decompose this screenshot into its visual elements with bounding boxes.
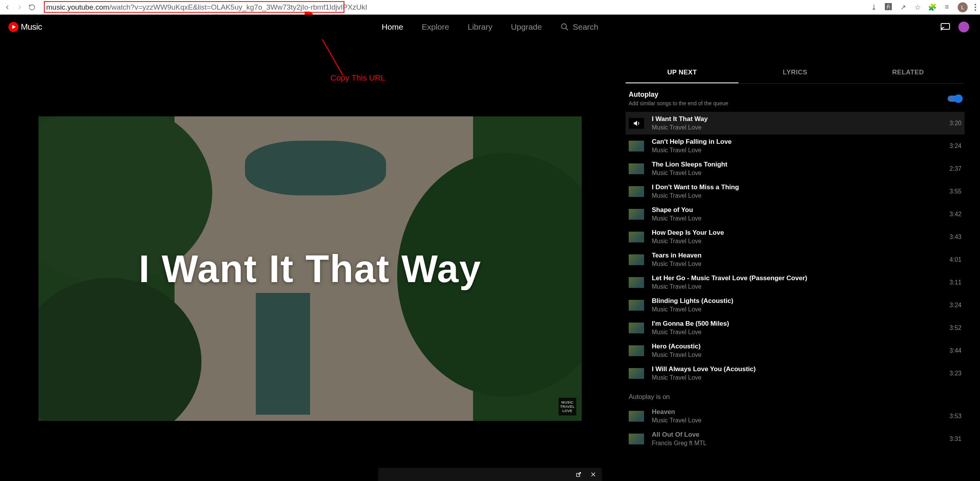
track-title: I'm Gonna Be (500 Miles) — [652, 320, 942, 328]
nav-library[interactable]: Library — [468, 22, 492, 32]
queue-item[interactable]: Shape of YouMusic Travel Love3:42 — [626, 203, 965, 225]
track-thumbnail — [629, 411, 644, 422]
track-artist: Music Travel Love — [652, 215, 942, 222]
nav-home[interactable]: Home — [382, 22, 403, 32]
back-icon[interactable] — [4, 4, 11, 11]
mini-overlay-bar — [378, 468, 602, 481]
queue-item[interactable]: Hero (Acoustic)Music Travel Love3:44 — [626, 339, 965, 362]
track-artist: Music Travel Love — [652, 352, 942, 358]
logo-text: Music — [21, 22, 42, 32]
autoplay-queue-list: HeavenMusic Travel Love3:53All Out Of Lo… — [626, 405, 965, 450]
track-thumbnail — [629, 277, 644, 288]
side-tabs: UP NEXT LYRICS RELATED — [626, 62, 965, 84]
track-artist: Music Travel Love — [652, 329, 942, 336]
browser-actions: ⤓ 🅰 ↗ ☆ 🧩 ≡ L — [870, 2, 976, 12]
track-artist: Music Travel Love — [652, 374, 942, 381]
video-title-overlay: I Want It That Way — [139, 247, 482, 291]
track-duration: 4:01 — [950, 256, 962, 263]
nav-upgrade[interactable]: Upgrade — [511, 22, 542, 32]
forward-icon[interactable] — [16, 4, 23, 11]
track-duration: 3:20 — [950, 120, 962, 127]
track-title: I Will Always Love You (Acoustic) — [652, 365, 942, 373]
queue-item[interactable]: Can't Help Falling in LoveMusic Travel L… — [626, 135, 965, 157]
channel-badge: MUSIC TRAVEL LOVE — [559, 398, 576, 415]
url-path: /watch?v=yzzWW9uKqxE&list=OLAK5uy_kg7o_3… — [109, 3, 368, 11]
open-external-icon[interactable] — [576, 471, 582, 478]
search-button[interactable]: Search — [560, 22, 599, 32]
side-panel: UP NEXT LYRICS RELATED Autoplay Add simi… — [626, 39, 980, 481]
autoplay-toggle[interactable] — [948, 96, 962, 102]
reading-list-icon[interactable]: ≡ — [943, 3, 951, 11]
track-duration: 3:24 — [950, 302, 962, 309]
track-title: The Lion Sleeps Tonight — [652, 161, 942, 168]
extensions-icon[interactable]: 🧩 — [928, 3, 936, 11]
track-duration: 3:42 — [950, 211, 962, 218]
logo-icon — [8, 22, 18, 32]
track-artist: Francis Greg ft MTL — [652, 440, 942, 447]
queue-item[interactable]: The Lion Sleeps TonightMusic Travel Love… — [626, 157, 965, 180]
browser-toolbar: music.youtube.com/watch?v=yzzWW9uKqxE&li… — [0, 0, 980, 15]
reload-icon[interactable] — [29, 4, 35, 11]
track-title: How Deep Is Your Love — [652, 229, 942, 237]
install-icon[interactable]: ⤓ — [870, 3, 878, 11]
user-avatar[interactable] — [958, 22, 969, 32]
track-thumbnail — [629, 232, 644, 242]
queue-item[interactable]: I Want It That WayMusic Travel Love3:20 — [626, 112, 965, 135]
queue-item[interactable]: I Will Always Love You (Acoustic)Music T… — [626, 362, 965, 385]
track-artist: Music Travel Love — [652, 261, 942, 267]
video-player[interactable]: I Want It That Way MUSIC TRAVEL LOVE — [39, 116, 582, 421]
search-label: Search — [573, 22, 599, 32]
track-duration: 3:24 — [950, 143, 962, 150]
track-thumbnail — [629, 345, 644, 356]
queue-item[interactable]: All Out Of LoveFrancis Greg ft MTL3:31 — [626, 427, 965, 450]
profile-avatar[interactable]: L — [958, 2, 968, 12]
track-duration: 3:53 — [950, 413, 962, 420]
tab-lyrics[interactable]: LYRICS — [738, 62, 851, 83]
autoplay-row: Autoplay Add similar songs to the end of… — [626, 84, 965, 112]
cast-icon[interactable] — [941, 23, 950, 31]
track-title: Blinding Lights (Acoustic) — [652, 297, 942, 305]
autoplay-title: Autoplay — [629, 91, 728, 99]
svg-line-2 — [566, 28, 568, 30]
track-duration: 3:11 — [950, 279, 962, 286]
search-icon — [560, 23, 569, 31]
close-icon[interactable] — [590, 471, 596, 478]
queue-item[interactable]: Let Her Go - Music Travel Love (Passenge… — [626, 271, 965, 294]
queue-item[interactable]: HeavenMusic Travel Love3:53 — [626, 405, 965, 427]
track-artist: Music Travel Love — [652, 192, 942, 199]
svg-point-1 — [561, 24, 566, 29]
track-thumbnail — [629, 368, 644, 379]
track-artist: Music Travel Love — [652, 306, 942, 313]
track-title: Tears in Heaven — [652, 252, 942, 259]
tab-related[interactable]: RELATED — [852, 62, 965, 83]
translate-icon[interactable]: 🅰 — [884, 3, 892, 11]
track-duration: 3:55 — [950, 188, 962, 195]
track-thumbnail — [629, 300, 644, 311]
track-title: All Out Of Love — [652, 431, 942, 439]
track-duration: 3:31 — [950, 436, 962, 442]
track-title: Hero (Acoustic) — [652, 343, 942, 350]
nav-explore[interactable]: Explore — [422, 22, 449, 32]
track-title: Let Her Go - Music Travel Love (Passenge… — [652, 274, 942, 282]
autoplay-section-header: Autoplay is on — [626, 385, 965, 405]
track-duration: 2:37 — [950, 165, 962, 172]
queue-item[interactable]: Tears in HeavenMusic Travel Love4:01 — [626, 248, 965, 271]
share-icon[interactable]: ↗ — [899, 3, 907, 11]
queue-item[interactable]: How Deep Is Your LoveMusic Travel Love3:… — [626, 225, 965, 248]
track-artist: Music Travel Love — [652, 124, 942, 131]
speaker-icon — [629, 118, 644, 129]
track-artist: Music Travel Love — [652, 417, 942, 424]
kebab-menu-icon[interactable] — [975, 4, 976, 11]
track-title: I Want It That Way — [652, 115, 942, 123]
queue-list: I Want It That WayMusic Travel Love3:20C… — [626, 112, 965, 385]
track-artist: Music Travel Love — [652, 238, 942, 245]
logo[interactable]: Music — [8, 22, 42, 32]
track-thumbnail — [629, 186, 644, 197]
track-title: Heaven — [652, 408, 942, 416]
address-bar[interactable]: music.youtube.com/watch?v=yzzWW9uKqxE&li… — [46, 3, 367, 12]
tab-up-next[interactable]: UP NEXT — [626, 62, 738, 83]
bookmark-icon[interactable]: ☆ — [914, 3, 921, 11]
queue-item[interactable]: Blinding Lights (Acoustic)Music Travel L… — [626, 294, 965, 316]
queue-item[interactable]: I'm Gonna Be (500 Miles)Music Travel Lov… — [626, 316, 965, 339]
queue-item[interactable]: I Don't Want to Miss a ThingMusic Travel… — [626, 180, 965, 203]
